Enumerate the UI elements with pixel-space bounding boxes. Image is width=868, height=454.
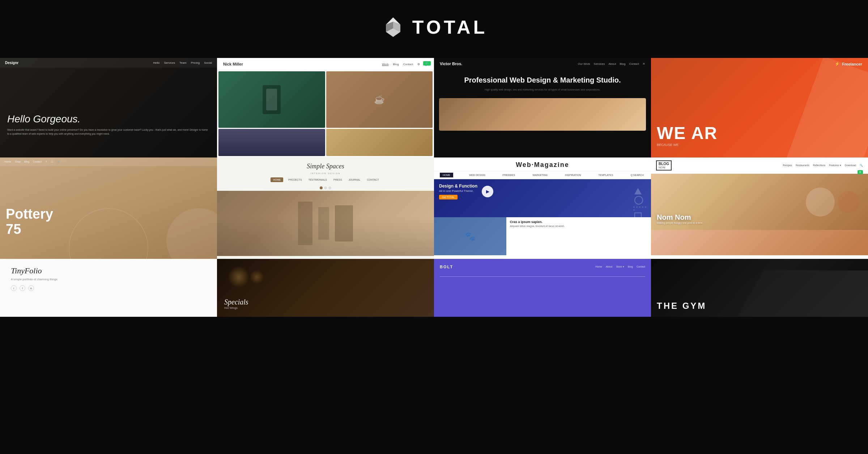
gym-text: THE GYM [657, 301, 706, 311]
webmag-brand: Web·Magazine [516, 161, 569, 169]
blognom-nav-recipes[interactable]: Recipes [783, 164, 792, 167]
bolt-nav-about[interactable]: About [606, 265, 612, 268]
dot-grid [633, 206, 635, 208]
blognom-nav-reflections[interactable]: Reflections [813, 164, 826, 167]
designr-nav-pricing[interactable]: Pricing [191, 61, 200, 64]
bolt-content [440, 273, 645, 277]
bolt-nav-store[interactable]: Store ▾ [616, 265, 624, 268]
pottery-nav-contact[interactable]: Contact [33, 160, 42, 163]
tile-simple-spaces[interactable]: Simple Spaces INTERIOR DESIGN HOME PROJE… [217, 157, 434, 259]
pottery-nav-icon2: ⊡ [51, 160, 53, 163]
logo-container: TOTAL [380, 14, 488, 40]
pottery-nav-home[interactable]: Home [4, 160, 11, 163]
blognom-nav-restaurants[interactable]: Restaurants [796, 164, 809, 167]
weare-hero-title: WE AR [657, 123, 718, 143]
nick-photo-2: ☕ [326, 71, 433, 128]
blognom-sub: Making people hungry one post at a time. [657, 222, 703, 224]
webmag-nav-freebies[interactable]: FREEBIES [501, 173, 517, 177]
victor-hero: Professional Web Design & Marketing Stud… [434, 70, 651, 95]
victor-nav-x: ✕ [643, 62, 645, 66]
blognom-logo: BLOG NOM [656, 160, 672, 171]
blognom-top-text: BLOG [659, 162, 669, 166]
row2: Home Shop Blog Contact ✕ ⊡ 🛒 Pottery75 S… [0, 157, 868, 259]
blognom-navbar: BLOG NOM Recipes Restaurants Reflections… [651, 157, 868, 174]
nick-photo-1 [218, 71, 325, 128]
tile-pottery[interactable]: Home Shop Blog Contact ✕ ⊡ 🛒 Pottery75 [0, 157, 217, 259]
webmag-search-icon[interactable]: Q SEARCH [629, 173, 645, 177]
tile-web-magazine[interactable]: Web·Magazine HOME WEB DESIGN FREEBIES MA… [434, 157, 651, 259]
webmag-nav-templates[interactable]: TEMPLATES [597, 173, 614, 177]
bolt-nav-home[interactable]: Home [595, 265, 602, 268]
pagination-dot-1[interactable] [320, 186, 323, 189]
blognom-brand-box: BLOG NOM [656, 160, 672, 171]
blognom-bottom-text: NOM [659, 166, 669, 169]
webmag-content: Design & Function All in one Powerful Th… [434, 179, 651, 255]
pottery-nav-shop[interactable]: Shop [15, 160, 21, 163]
simple-navbar: Simple Spaces INTERIOR DESIGN HOME PROJE… [217, 157, 434, 185]
simple-nav-projects[interactable]: PROJECTS [287, 177, 303, 182]
tile-tinyfolio[interactable]: TinyFolio A simple portfolio of charming… [0, 259, 217, 317]
victor-nav-blog[interactable]: Blog [620, 62, 625, 66]
tile-nick-miller[interactable]: Nick Miller Work Blog Contact ⚙ 🔵 🛒 ☕ [217, 58, 434, 157]
victor-nav-services[interactable]: Services [594, 62, 605, 66]
pottery-nav-icon1: ✕ [45, 160, 47, 163]
webmag-cta-btn[interactable]: Get TOTAL [439, 195, 458, 199]
blognom-search-icon[interactable]: 🔍 [860, 164, 863, 167]
nick-nav-blog[interactable]: Blog [393, 63, 399, 66]
victor-brand: Victor Bros. [440, 62, 462, 66]
tinyfolio-twitter-icon[interactable]: t [11, 285, 17, 291]
simple-nav-press[interactable]: PRESS [332, 177, 344, 182]
pagination-dot-2[interactable] [324, 186, 327, 189]
victor-nav-contact[interactable]: Contact [629, 62, 639, 66]
designr-hero-title: Hello Gorgeous. [7, 113, 210, 125]
simple-nav-journal[interactable]: JOURNAL [347, 177, 362, 182]
victor-nav-ourwork[interactable]: Our Work [578, 62, 590, 66]
victor-bottom-photo [439, 98, 646, 131]
designr-nav-social[interactable]: Social [204, 61, 212, 64]
blognom-nav-download[interactable]: Download [845, 164, 856, 167]
tile-weare[interactable]: ⚡ Freelancer WE AR BECAUSE WE [651, 58, 868, 157]
tinyfolio-facebook-icon[interactable]: f [20, 285, 25, 291]
webmag-preview: 🐾 Cras a ipsum sapien. Aliquam tellus ma… [434, 217, 651, 255]
simple-nav-testimonials[interactable]: TESTIMONIALS [307, 177, 328, 182]
victor-nav-about[interactable]: About [609, 62, 616, 66]
gym-title: THE GYM [657, 301, 706, 311]
designr-nav-hello[interactable]: Hello [153, 61, 159, 64]
tile-blognom[interactable]: BLOG NOM Recipes Restaurants Reflections… [651, 157, 868, 259]
webmag-nav-home[interactable]: HOME [440, 173, 453, 177]
play-button[interactable]: ▶ [482, 186, 493, 197]
designr-nav-services[interactable]: Services [164, 61, 175, 64]
simple-nav-home[interactable]: HOME [271, 177, 283, 182]
blognom-food-strip [651, 230, 868, 255]
pagination-dot-3[interactable] [328, 186, 331, 189]
tile-restaurant[interactable]: Specials Hot Wings [217, 259, 434, 317]
simple-brand-sub: INTERIOR DESIGN [310, 172, 340, 175]
restaurant-specials-sub: Hot Wings [224, 306, 248, 310]
nick-nav-links: Work Blog Contact ⚙ 🔵 [382, 63, 428, 66]
designr-nav-team[interactable]: Team [179, 61, 187, 64]
pottery-nav-blog[interactable]: Blog [24, 160, 29, 163]
blognom-nav-features[interactable]: Features ▾ [829, 164, 841, 167]
pottery-nav-links: Home Shop Blog Contact ✕ ⊡ 🛒 [4, 160, 60, 163]
victor-hero-subtitle: High quality web design, seo and marketi… [441, 88, 644, 92]
simple-nav-contact[interactable]: CONTACT [365, 177, 380, 182]
tile-bolt[interactable]: BOLT Home About Store ▾ Blog Contact [434, 259, 651, 317]
bolt-nav-contact[interactable]: Contact [637, 265, 645, 268]
nick-navbar: Nick Miller Work Blog Contact ⚙ 🔵 [217, 58, 434, 70]
pottery-title: Pottery75 [6, 207, 53, 237]
bolt-nav-blog[interactable]: Blog [628, 265, 633, 268]
blognom-text-overlay: Nom Nom Making people hungry one post at… [657, 213, 703, 224]
tile-victor-bros[interactable]: Victor Bros. Our Work Services About Blo… [434, 58, 651, 157]
webmag-nav-webdesign[interactable]: WEB DESIGN [468, 173, 487, 177]
webmag-nav-inspiration[interactable]: INSPIRATION [563, 173, 582, 177]
nick-nav-work[interactable]: Work [382, 63, 389, 66]
tinyfolio-instagram-icon[interactable]: in [28, 285, 34, 291]
header: TOTAL [0, 0, 868, 58]
webmag-preview-text: Cras a ipsum sapien. Aliquam tellus magn… [506, 217, 651, 255]
webmag-nav-marketing[interactable]: MARKETING [531, 173, 549, 177]
tile-designr[interactable]: Designr Hello Services Team Pricing Soci… [0, 58, 217, 157]
designr-nav-links: Hello Services Team Pricing Social [153, 61, 212, 64]
victor-hero-title: Professional Web Design & Marketing Stud… [441, 75, 644, 85]
tile-gym[interactable]: THE GYM [651, 259, 868, 317]
nick-nav-contact[interactable]: Contact [403, 63, 413, 66]
